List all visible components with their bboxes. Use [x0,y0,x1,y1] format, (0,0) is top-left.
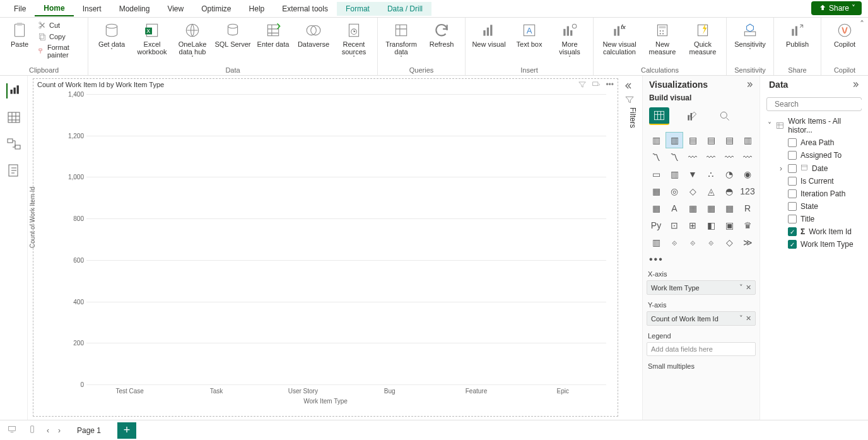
viz-type-item[interactable]: ◧ [703,218,719,233]
legend-field-well[interactable]: Add data fields here [647,342,756,356]
onelake-button[interactable]: OneLake data hub˅ [174,20,211,62]
prev-page-icon[interactable]: ‹ [47,426,49,435]
menu-view[interactable]: View [158,2,192,16]
viz-type-item[interactable]: ▥ [739,133,756,148]
viz-type-item[interactable]: ▤ [721,133,737,148]
viz-type-item[interactable]: ⟐ [684,235,701,250]
build-tab-analytics[interactable] [715,107,735,125]
report-canvas[interactable]: Count of Work Item Id by Work Item Type … [33,78,618,417]
viz-type-item[interactable]: ▤ [703,133,719,148]
chevron-down-icon[interactable]: ˅ [739,314,743,323]
viz-type-item[interactable]: ⊡ [666,218,683,233]
field-row[interactable]: Iteration Path [774,187,865,200]
chevron-down-icon[interactable]: ˅ [739,283,743,292]
menu-optimize[interactable]: Optimize [192,2,240,16]
viz-type-item[interactable]: ⛬ [703,167,719,182]
viz-type-item[interactable]: ▭ [648,167,664,182]
paste-button[interactable]: Paste [5,20,34,49]
ribbon-collapse-icon[interactable]: ˄ [860,19,864,29]
expand-icon[interactable]: › [778,164,784,173]
viz-type-item[interactable]: ◉ [739,167,756,182]
quick-measure-button[interactable]: Quick measure [684,20,721,57]
publish-button[interactable]: Publish [779,20,816,49]
remove-field-icon[interactable]: ✕ [746,283,751,292]
focus-icon[interactable] [592,80,601,89]
menu-modeling[interactable]: Modeling [110,2,159,16]
field-row[interactable]: State [774,200,865,213]
field-checkbox[interactable] [788,177,797,186]
share-button[interactable]: Share ˅ [811,1,862,15]
textbox-button[interactable]: AText box [511,20,548,49]
viz-type-item[interactable]: ▼ [684,167,701,182]
filters-panel-label[interactable]: Filters [628,107,637,128]
viz-type-item[interactable]: ◬ [703,184,719,199]
field-checkbox[interactable] [788,138,797,147]
new-visual-button[interactable]: New visual [471,20,507,49]
viz-type-item[interactable]: 〰 [739,150,756,165]
viz-type-item[interactable]: ▥ [666,133,683,148]
field-checkbox[interactable] [788,151,797,160]
menu-data-drill[interactable]: Data / Drill [378,2,431,16]
dataverse-button[interactable]: Dataverse [295,20,332,49]
field-row[interactable]: ✓Work Item Type [774,238,865,251]
field-row[interactable]: Area Path [774,136,865,149]
desktop-view-icon[interactable] [6,425,18,436]
viz-type-item[interactable]: ▥ [666,167,683,182]
menu-external[interactable]: External tools [273,2,337,16]
field-checkbox[interactable] [788,215,797,223]
field-checkbox[interactable] [788,164,797,173]
viz-type-item[interactable]: ◔ [721,167,737,182]
viz-type-item[interactable]: 〽 [666,150,683,165]
cut-button[interactable]: Cut [38,20,83,30]
field-checkbox[interactable]: ✓ [788,227,797,236]
remove-field-icon[interactable]: ✕ [746,314,751,323]
viz-type-item[interactable]: ▥ [648,133,664,148]
menu-home[interactable]: Home [35,1,73,16]
field-row[interactable]: Title [774,213,865,225]
more-options-icon[interactable]: ••• [606,80,614,89]
viz-type-item[interactable]: R [739,201,756,216]
viz-type-item[interactable]: ⟐ [666,235,683,250]
viz-type-item[interactable]: ≫ [739,235,756,250]
xaxis-field-well[interactable]: Work Item Type ˅✕ [647,280,756,295]
filters-icon[interactable] [625,95,635,105]
copilot-button[interactable]: Copilot [826,20,863,49]
model-view-icon[interactable] [6,136,21,152]
page-tab[interactable]: Page 1 [69,422,108,439]
mobile-view-icon[interactable] [26,425,38,436]
new-calc-button[interactable]: fxNew visual calculation [599,20,640,57]
copy-button[interactable]: Copy [38,32,83,42]
more-visuals-button[interactable]: More visuals˅ [551,20,588,62]
add-page-button[interactable]: + [117,422,136,439]
viz-type-item[interactable]: ◇ [684,184,701,199]
enter-data-button[interactable]: Enter data [255,20,291,49]
viz-type-item[interactable]: ▦ [648,201,664,216]
sql-button[interactable]: SQL Server [214,20,251,49]
viz-type-item[interactable]: 〰 [684,150,701,165]
viz-type-item[interactable]: ◇ [721,235,737,250]
field-checkbox[interactable] [788,189,797,198]
collapse-right-icon[interactable] [850,80,859,89]
viz-type-item[interactable]: ▤ [684,133,701,148]
build-tab-fields[interactable] [649,107,669,125]
viz-type-item[interactable]: ▦ [703,201,719,216]
filter-icon[interactable] [578,80,587,89]
viz-type-item[interactable]: ♛ [739,218,756,233]
viz-type-item[interactable]: ▥ [648,235,664,250]
viz-type-item[interactable]: ⊞ [684,218,701,233]
viz-type-item[interactable]: 123 [739,184,756,199]
menu-help[interactable]: Help [240,2,274,16]
field-checkbox[interactable] [788,202,797,211]
menu-file[interactable]: File [5,2,35,16]
viz-type-item[interactable]: ⟐ [703,235,719,250]
format-painter-button[interactable]: Format painter [38,43,83,59]
build-tab-format[interactable] [682,107,702,125]
viz-type-item[interactable]: ◎ [666,184,683,199]
sensitivity-button[interactable]: Sensitivity˅ [732,20,768,55]
excel-button[interactable]: XExcel workbook [134,20,170,57]
next-page-icon[interactable]: › [58,426,61,435]
recent-button[interactable]: Recent sources˅ [336,20,372,62]
search-box[interactable] [766,97,862,111]
refresh-button[interactable]: Refresh [423,20,460,49]
viz-type-item[interactable]: ▦ [684,201,701,216]
